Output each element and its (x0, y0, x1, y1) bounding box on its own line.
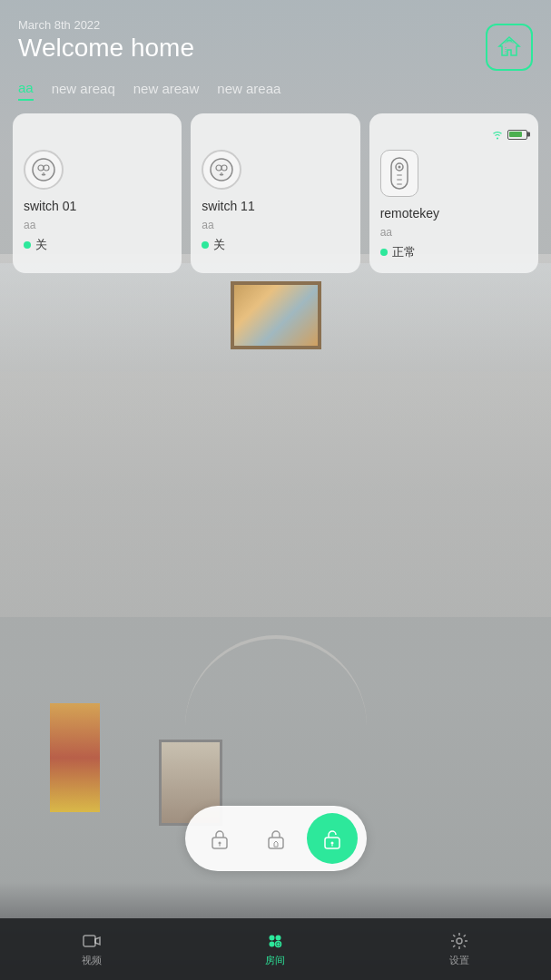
svg-rect-11 (397, 183, 402, 185)
switch11-name: switch 11 (202, 199, 349, 213)
nav-video[interactable]: 视频 (0, 931, 183, 967)
home-icon (497, 34, 522, 60)
lock-unlocked-button[interactable] (307, 813, 358, 864)
svg-point-20 (270, 942, 275, 947)
svg-point-16 (330, 842, 333, 845)
svg-point-13 (218, 842, 221, 845)
nav-settings[interactable]: 设置 (368, 931, 551, 967)
lock-home-button[interactable] (251, 813, 301, 864)
remotekey-status-text: 正常 (392, 244, 416, 260)
home-icon-button[interactable] (486, 24, 533, 71)
tab-aa[interactable]: aa (18, 80, 34, 101)
switch11-area: aa (202, 219, 349, 231)
welcome-text: Welcome home (18, 34, 194, 63)
switch01-status: 关 (24, 237, 171, 253)
switch01-status-dot (24, 241, 31, 249)
svg-rect-9 (397, 174, 402, 176)
remotekey-status-dot (380, 249, 388, 256)
lock-locked-button[interactable] (194, 813, 245, 864)
device-cards-row: switch 01 aa 关 switch 11 aa (0, 113, 551, 273)
battery-fill-remotekey (509, 132, 522, 137)
card-header-switch01 (24, 126, 171, 142)
lock-section (185, 806, 367, 871)
switch11-status-dot (202, 241, 209, 249)
switch01-status-text: 关 (35, 237, 47, 253)
remotekey-area: aa (380, 226, 527, 239)
svg-point-22 (457, 938, 462, 944)
outlet-icon-switch01 (31, 157, 56, 182)
settings-icon (449, 931, 469, 951)
nav-video-label: 视频 (82, 954, 102, 967)
device-card-switch01[interactable]: switch 01 aa 关 (13, 113, 182, 273)
tab-new-areaq[interactable]: new areaq (52, 81, 115, 100)
tab-new-areaw[interactable]: new areaw (133, 81, 200, 100)
lock-locked-icon (208, 827, 231, 850)
svg-point-18 (270, 936, 275, 941)
nav-room[interactable]: 房间 (183, 931, 367, 967)
switch11-icon-wrap (202, 150, 241, 190)
video-icon (82, 931, 102, 951)
switch11-status-text: 关 (213, 237, 225, 253)
room-add-icon (265, 931, 285, 951)
battery-icon-remotekey (507, 130, 527, 140)
lock-bar (185, 806, 367, 871)
lock-home-icon (264, 827, 288, 850)
remotekey-status: 正常 (380, 244, 527, 260)
tab-new-areaa[interactable]: new areaa (217, 81, 280, 100)
nav-room-label: 房间 (265, 954, 285, 967)
svg-point-8 (398, 166, 400, 169)
header-left: March 8th 2022 Welcome home (18, 18, 194, 63)
svg-point-0 (33, 159, 54, 181)
svg-point-19 (276, 936, 281, 941)
svg-point-3 (211, 159, 232, 181)
bottom-navigation: 视频 房间 设置 (0, 918, 551, 980)
switch11-status: 关 (202, 237, 349, 253)
switch01-icon-wrap (24, 150, 64, 190)
remotekey-name: remotekey (380, 206, 527, 220)
remote-icon (389, 156, 409, 191)
card-header-remotekey (380, 126, 527, 142)
outlet-icon-switch11 (209, 157, 234, 182)
card-header-switch11 (202, 126, 349, 142)
svg-rect-17 (84, 936, 95, 946)
remotekey-icon-wrap (380, 150, 418, 197)
lock-unlocked-icon (320, 827, 344, 850)
device-card-remotekey[interactable]: remotekey aa 正常 (369, 113, 538, 273)
device-card-switch11[interactable]: switch 11 aa 关 (191, 113, 359, 273)
switch01-name: switch 01 (24, 199, 171, 213)
area-tabs: aa new areaq new areaw new areaa (0, 80, 551, 101)
date-text: March 8th 2022 (18, 18, 194, 32)
svg-rect-10 (397, 179, 402, 181)
nav-settings-label: 设置 (449, 954, 469, 967)
wifi-icon-remotekey (491, 128, 504, 141)
switch01-area: aa (24, 219, 171, 231)
header: March 8th 2022 Welcome home (0, 0, 551, 80)
